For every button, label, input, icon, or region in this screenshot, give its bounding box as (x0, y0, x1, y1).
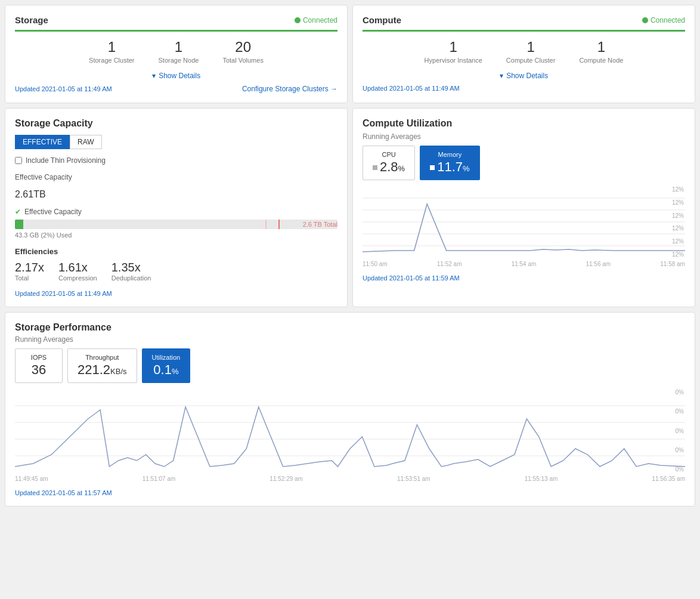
sp-running-avg: Running Averages (15, 335, 685, 344)
storage-panel: Storage Connected 1 Storage Cluster 1 St… (5, 5, 348, 103)
efficiencies-title: Efficiencies (15, 247, 337, 256)
storage-capacity-title: Storage Capacity (15, 118, 337, 129)
sp-chart-svg (15, 389, 685, 473)
storage-perf-panel: Storage Performance Running Averages IOP… (5, 312, 695, 507)
compute-show-details[interactable]: ▾ Show Details (363, 72, 685, 80)
capacity-label: Effective Capacity (15, 173, 337, 181)
cpu-metric: CPU 2.8% (363, 146, 415, 180)
eff-capacity-label-row: ✔ Effective Capacity (15, 208, 337, 216)
hypervisor-stat: 1 Hypervisor Instance (425, 39, 482, 64)
storage-footer: Updated 2021-01-05 at 11:49 AM Configure… (15, 85, 337, 93)
sp-y-labels: 0% 0% 0% 0% 0% (674, 389, 685, 473)
capacity-bar (15, 220, 337, 229)
compute-connected: Connected (642, 16, 685, 24)
compute-chart-svg (363, 186, 685, 258)
tab-effective[interactable]: EFFECTIVE (15, 135, 70, 149)
storage-connected: Connected (295, 16, 337, 24)
eff-dot-icon: ✔ (15, 208, 21, 216)
compute-metrics-row: CPU 2.8% Memory 11.7% (363, 146, 685, 180)
capacity-bar-container: 2.6 TB Total (15, 220, 337, 229)
compute-util-title: Compute Utilization (363, 118, 685, 129)
memory-metric: Memory 11.7% (420, 146, 479, 180)
compute-node-stat: 1 Compute Node (579, 39, 623, 64)
compute-header: Compute Connected (363, 15, 685, 32)
storage-cluster-stat: 1 Storage Cluster (89, 39, 134, 64)
storage-title: Storage (15, 15, 48, 25)
chevron-down-icon: ▾ (152, 72, 156, 80)
capacity-bar-used (15, 220, 23, 229)
total-volumes-stat: 20 Total Volumes (222, 39, 263, 64)
compute-running-avg: Running Averages (363, 132, 685, 141)
compute-util-panel: Compute Utilization Running Averages CPU… (352, 108, 695, 307)
connected-icon-compute (642, 17, 648, 23)
compute-footer: Updated 2021-01-05 at 11:49 AM (363, 85, 685, 92)
cpu-dot (373, 165, 377, 170)
storage-header: Storage Connected (15, 15, 337, 32)
compression-eff: 1.61x Compression (58, 261, 97, 282)
sp-metrics-row: IOPS 36 Throughput 221.2KB/s Utilization… (15, 348, 685, 383)
storage-show-details[interactable]: ▾ Show Details (15, 72, 337, 80)
sp-x-labels: 11:49:45 am 11:51:07 am 11:52:29 am 11:5… (15, 476, 685, 482)
compute-title: Compute (363, 15, 401, 25)
thin-provisioning-checkbox[interactable] (15, 157, 22, 164)
storage-stats: 1 Storage Cluster 1 Storage Node 20 Tota… (15, 39, 337, 64)
compute-x-labels: 11:50 am 11:52 am 11:54 am 11:56 am 11:5… (363, 261, 685, 267)
total-eff: 2.17x Total (15, 261, 44, 282)
throughput-metric: Throughput 221.2KB/s (67, 348, 137, 383)
cu-updated: Updated 2021-01-05 at 11:59 AM (363, 274, 685, 282)
dedup-eff: 1.35x Deduplication (111, 261, 151, 282)
capacity-value: 2.61TB (15, 183, 337, 202)
iops-metric: IOPS 36 (15, 348, 63, 383)
util-metric: Utilization 0.1% (142, 348, 191, 383)
capacity-bar-marker2 (278, 220, 280, 229)
storage-capacity-tabs: EFFECTIVE RAW (15, 135, 337, 149)
storage-capacity-panel: Storage Capacity EFFECTIVE RAW Include T… (5, 108, 348, 307)
compute-chart-area: 12% 12% 12% 12% 12% 12% 11:50 am 11:52 a… (363, 186, 685, 270)
capacity-bar-marker1 (265, 220, 267, 229)
compute-panel: Compute Connected 1 Hypervisor Instance … (352, 5, 695, 103)
thin-provisioning-row: Include Thin Provisioning (15, 156, 337, 165)
compute-cluster-stat: 1 Compute Cluster (506, 39, 556, 64)
bar-total-label: 2.6 TB Total (303, 220, 337, 229)
sp-updated: Updated 2021-01-05 at 11:57 AM (15, 489, 685, 496)
chevron-down-icon-compute: ▾ (500, 72, 503, 80)
used-text: 43.3 GB (2%) Used (15, 231, 337, 239)
sc-updated: Updated 2021-01-05 at 11:49 AM (15, 290, 337, 297)
eff-row: 2.17x Total 1.61x Compression 1.35x Dedu… (15, 261, 337, 282)
compute-stats: 1 Hypervisor Instance 1 Compute Cluster … (363, 39, 685, 64)
sp-chart-area: 0% 0% 0% 0% 0% 11:49:45 am 11:51:07 am 1… (15, 389, 685, 484)
thin-provisioning-label: Include Thin Provisioning (26, 156, 106, 165)
tab-raw[interactable]: RAW (70, 135, 102, 149)
storage-perf-title: Storage Performance (15, 322, 685, 333)
memory-dot (430, 165, 435, 170)
connected-icon (295, 17, 301, 23)
configure-storage-link[interactable]: Configure Storage Clusters → (242, 85, 337, 93)
compute-y-labels: 12% 12% 12% 12% 12% 12% (671, 186, 685, 258)
storage-node-stat: 1 Storage Node (159, 39, 199, 64)
